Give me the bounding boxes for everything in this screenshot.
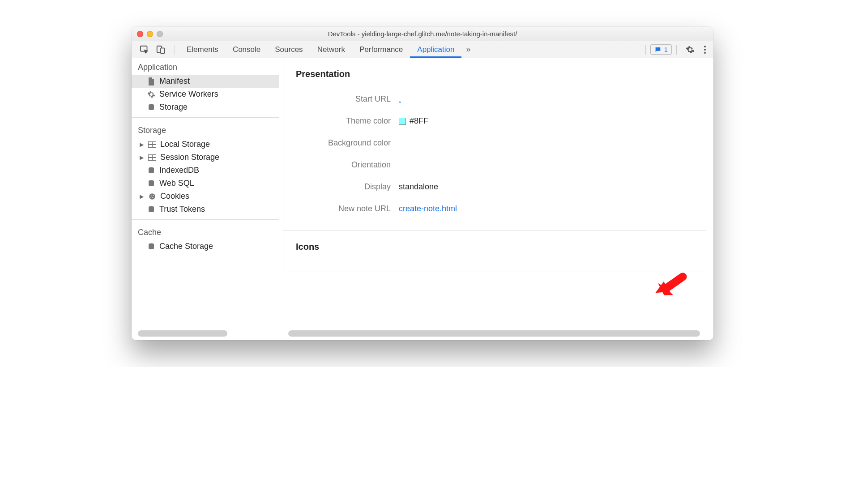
tab-elements[interactable]: Elements — [179, 41, 226, 58]
annotation-arrow-icon — [653, 269, 689, 305]
svg-rect-8 — [149, 142, 152, 144]
svg-point-23 — [150, 197, 151, 198]
table-icon — [148, 140, 157, 149]
value-theme-color: #8FF — [410, 116, 428, 126]
sidebar-item-label: Web SQL — [159, 179, 194, 188]
svg-marker-26 — [655, 281, 671, 295]
tab-network[interactable]: Network — [310, 41, 352, 58]
device-toggle-icon[interactable] — [156, 45, 166, 55]
svg-rect-14 — [153, 155, 156, 157]
divider — [132, 117, 279, 118]
cookie-icon — [148, 192, 157, 201]
svg-point-4 — [704, 49, 706, 51]
divider — [132, 219, 279, 220]
divider — [645, 45, 646, 55]
more-tabs-icon[interactable]: » — [461, 45, 475, 54]
label-background-color: Background color — [296, 138, 399, 148]
sidebar-item-storage[interactable]: Storage — [132, 101, 279, 114]
sidebar-item-websql[interactable]: Web SQL — [132, 177, 279, 190]
expand-triangle-icon[interactable]: ▶ — [139, 154, 144, 161]
devtools-window: DevTools - yielding-large-chef.glitch.me… — [132, 27, 713, 340]
scrollbar-horizontal[interactable] — [288, 330, 700, 337]
window-titlebar: DevTools - yielding-large-chef.glitch.me… — [132, 27, 713, 41]
sidebar-item-label: Manifest — [159, 77, 190, 86]
devtools-tabbar: Elements Console Sources Network Perform… — [132, 41, 713, 58]
manifest-panel[interactable]: Presentation Start URL . Theme color #8F… — [279, 58, 713, 340]
database-icon — [147, 103, 156, 112]
minimize-window-button[interactable] — [147, 31, 153, 37]
sidebar-item-indexeddb[interactable]: IndexedDB — [132, 164, 279, 177]
label-orientation: Orientation — [296, 160, 399, 170]
database-icon — [147, 205, 156, 214]
settings-gear-icon[interactable] — [681, 45, 699, 54]
value-start-url-link[interactable]: . — [399, 94, 401, 104]
svg-rect-9 — [153, 142, 156, 144]
sidebar-item-label: Storage — [159, 103, 188, 112]
svg-point-19 — [149, 193, 155, 200]
kv-orientation: Orientation — [296, 154, 693, 176]
sidebar-item-cache-storage[interactable]: Cache Storage — [132, 240, 279, 253]
value-display: standalone — [399, 182, 438, 192]
label-theme-color: Theme color — [296, 116, 399, 126]
section-title: Application — [132, 58, 279, 75]
sidebar-item-session-storage[interactable]: ▶ Session Storage — [132, 151, 279, 164]
svg-rect-2 — [161, 48, 164, 53]
devtools-body: Application Manifest Service Workers Sto… — [132, 58, 713, 340]
svg-rect-10 — [149, 145, 152, 147]
sidebar-item-local-storage[interactable]: ▶ Local Storage — [132, 138, 279, 151]
tab-console[interactable]: Console — [226, 41, 268, 58]
tab-application[interactable]: Application — [410, 41, 461, 58]
value-new-note-url-link[interactable]: create-note.html — [399, 204, 457, 214]
inspect-element-icon[interactable] — [140, 45, 149, 55]
gear-icon — [147, 90, 156, 99]
svg-point-5 — [704, 52, 706, 54]
tab-performance[interactable]: Performance — [352, 41, 410, 58]
section-heading-icons: Icons — [296, 242, 693, 252]
sidebar-item-label: Service Workers — [159, 90, 218, 99]
maximize-window-button[interactable] — [157, 31, 163, 37]
kv-new-note-url: New note URL create-note.html — [296, 198, 693, 220]
section-title: Storage — [132, 121, 279, 138]
sidebar-item-label: Cookies — [160, 192, 189, 201]
sidebar-item-label: Trust Tokens — [159, 205, 205, 214]
tab-sources[interactable]: Sources — [268, 41, 310, 58]
database-icon — [147, 179, 156, 188]
kv-display: Display standalone — [296, 176, 693, 198]
sidebar-item-service-workers[interactable]: Service Workers — [132, 88, 279, 101]
expand-triangle-icon[interactable]: ▶ — [139, 193, 144, 200]
kv-background-color: Background color — [296, 132, 693, 154]
divider — [676, 45, 677, 55]
sidebar-item-label: Cache Storage — [159, 242, 213, 251]
traffic-lights — [137, 31, 163, 37]
console-issues-badge[interactable]: 1 — [650, 44, 672, 55]
sidebar-item-cookies[interactable]: ▶ Cookies — [132, 190, 279, 203]
badge-count: 1 — [664, 46, 668, 53]
svg-rect-13 — [149, 155, 152, 157]
scrollbar-horizontal[interactable] — [138, 330, 227, 337]
sidebar-item-label: Session Storage — [160, 153, 219, 162]
kv-theme-color: Theme color #8FF — [296, 110, 693, 132]
sidebar-item-label: Local Storage — [160, 140, 210, 149]
more-options-icon[interactable] — [699, 45, 711, 54]
close-window-button[interactable] — [137, 31, 143, 37]
kv-start-url: Start URL . — [296, 88, 693, 110]
label-display: Display — [296, 182, 399, 192]
sidebar-item-trust-tokens[interactable]: Trust Tokens — [132, 203, 279, 216]
file-icon — [147, 77, 156, 86]
expand-triangle-icon[interactable]: ▶ — [139, 141, 144, 148]
svg-rect-16 — [153, 158, 156, 160]
database-icon — [147, 242, 156, 251]
label-start-url: Start URL — [296, 94, 399, 104]
section-title: Cache — [132, 223, 279, 240]
table-icon — [148, 153, 157, 162]
application-sidebar[interactable]: Application Manifest Service Workers Sto… — [132, 58, 279, 340]
database-icon — [147, 166, 156, 175]
divider — [175, 45, 175, 55]
section-heading-presentation: Presentation — [296, 69, 693, 79]
svg-rect-11 — [153, 145, 156, 147]
svg-point-3 — [704, 46, 706, 47]
sidebar-item-label: IndexedDB — [159, 166, 199, 175]
sidebar-item-manifest[interactable]: Manifest — [132, 75, 279, 88]
label-new-note-url: New note URL — [296, 204, 399, 214]
svg-rect-15 — [149, 158, 152, 160]
